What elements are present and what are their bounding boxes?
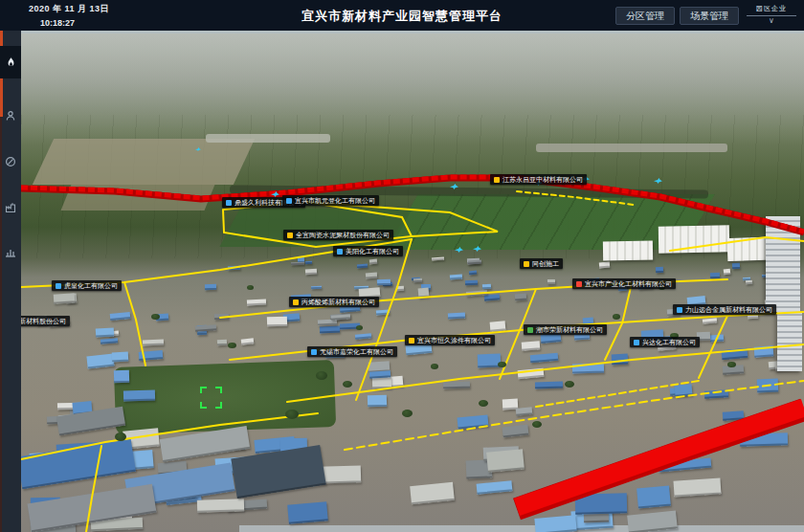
factory-icon[interactable] — [0, 193, 21, 222]
company-label[interactable]: 同创施工 — [520, 258, 563, 269]
company-label-text: 美阳化工有限公司 — [346, 246, 399, 256]
building — [305, 261, 312, 264]
building — [96, 327, 115, 337]
company-label[interactable]: 宜兴市恒久涂件有限公司 — [405, 335, 495, 345]
company-label[interactable]: 丙烯酸烯新材料有限公司 — [289, 297, 379, 307]
building — [732, 263, 740, 270]
company-marker-icon — [286, 198, 292, 204]
building — [112, 352, 129, 363]
building — [710, 334, 725, 342]
company-label[interactable]: 兴达化工有限公司 — [630, 337, 700, 347]
company-marker-icon — [494, 177, 500, 183]
building — [746, 280, 752, 285]
tree — [565, 381, 574, 388]
building — [114, 370, 129, 383]
compass-icon[interactable] — [0, 147, 21, 176]
building — [675, 384, 693, 397]
company-label-text: 宜兴市恒久涂件有限公司 — [417, 335, 491, 345]
building — [465, 280, 478, 286]
company-label[interactable]: 全宜陶瓷水泥聚材股份有限公司 — [283, 230, 393, 240]
building — [311, 286, 322, 289]
building — [710, 273, 720, 279]
building — [443, 382, 470, 389]
company-marker-icon — [409, 338, 414, 344]
company-marker-icon — [677, 307, 682, 313]
building — [139, 350, 164, 361]
tree — [228, 343, 236, 348]
building — [723, 410, 745, 421]
company-label-text: 无锡市嘉荣化工有限公司 — [320, 346, 393, 357]
sidebar — [0, 0, 21, 532]
company-marker-icon — [287, 233, 293, 238]
app-window: 鼎盛久利科技有限公司 宜兴市凯元登化工有限公司 全宜陶瓷水泥聚材股份有限公司 美… — [0, 0, 804, 532]
company-label[interactable]: 虎皇化工有限公司 — [52, 280, 122, 291]
building — [636, 486, 671, 509]
tree — [151, 314, 160, 320]
company-label-text: 丙烯酸烯新材料有限公司 — [302, 297, 375, 307]
flame-icon[interactable] — [0, 46, 21, 78]
building — [757, 379, 779, 393]
tree — [343, 381, 352, 388]
sidebar-accent-bar-dim — [0, 117, 2, 532]
building — [143, 340, 164, 346]
building — [724, 269, 731, 276]
company-marker-icon — [527, 327, 533, 333]
building — [413, 278, 422, 282]
building — [369, 259, 377, 265]
white-building-row — [659, 225, 729, 253]
company-label-text: 潮市荣新材料有限公司 — [536, 324, 603, 335]
building — [217, 340, 227, 346]
building — [357, 264, 368, 269]
building — [267, 317, 287, 327]
building — [516, 407, 533, 416]
selection-reticle — [200, 387, 222, 409]
tree — [285, 410, 299, 419]
company-label-text: 江苏永昌亚中材料有限公司 — [502, 174, 583, 185]
building — [368, 395, 387, 408]
building — [214, 314, 229, 321]
company-marker-icon — [524, 261, 529, 267]
building — [575, 493, 627, 514]
company-label[interactable]: 江苏永昌亚中材料有限公司 — [490, 174, 587, 185]
company-label[interactable]: 美阳化工有限公司 — [333, 246, 403, 256]
building — [754, 345, 774, 357]
company-label-text: 虎皇化工有限公司 — [64, 280, 118, 291]
company-label[interactable]: 宜兴市产业化工材料有限公司 — [572, 278, 676, 289]
top-bar: 2020 年 11 月 13日 10:18:27 宜兴市新材料产业园智慧管理平台… — [0, 0, 804, 31]
building — [396, 286, 404, 292]
tree — [532, 421, 542, 428]
building — [522, 341, 541, 350]
company-marker-icon — [311, 349, 317, 355]
company-label-text: 兴达化工有限公司 — [642, 337, 696, 347]
building — [318, 320, 337, 326]
building — [656, 267, 663, 274]
zone-management-button[interactable]: 分区管理 — [615, 7, 675, 25]
company-label[interactable]: 无锡市嘉荣化工有限公司 — [307, 346, 397, 357]
building — [228, 266, 240, 270]
building — [547, 279, 555, 284]
building — [418, 288, 430, 299]
chevron-down-icon: ∨ — [747, 17, 796, 25]
building — [123, 390, 155, 402]
tree — [316, 371, 327, 380]
building — [599, 262, 610, 269]
building — [534, 515, 576, 532]
bar-chart-icon[interactable] — [0, 237, 21, 266]
scene-management-button[interactable]: 场景管理 — [680, 7, 739, 25]
company-marker-icon — [337, 249, 343, 255]
company-label[interactable]: 力山远合金属新材料有限公司 — [673, 304, 776, 315]
building — [247, 299, 266, 306]
building — [490, 321, 506, 331]
bottom-road — [239, 525, 804, 532]
tree — [247, 285, 254, 290]
tree — [613, 314, 620, 320]
building — [197, 499, 244, 513]
building — [535, 382, 563, 389]
tree — [115, 432, 126, 441]
park-enterprise-dropdown[interactable]: 园区企业 ∨ — [747, 4, 796, 25]
company-label[interactable]: 宜兴市凯元登化工有限公司 — [282, 195, 379, 206]
company-label[interactable]: 潮市荣新材料有限公司 — [524, 324, 607, 335]
company-marker-icon — [226, 200, 232, 206]
company-marker-icon — [634, 340, 639, 345]
user-icon[interactable] — [0, 101, 21, 130]
